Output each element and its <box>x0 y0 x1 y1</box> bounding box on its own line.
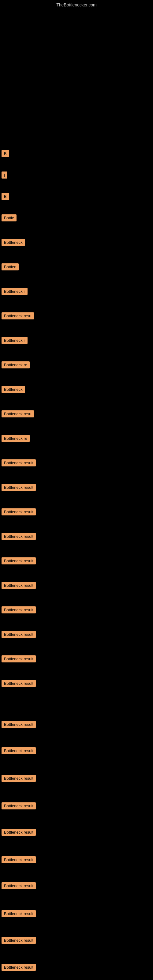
bottleneck-label[interactable]: Bottleneck result <box>2 582 36 589</box>
bottleneck-row: Bottleneck result <box>0 484 153 492</box>
bottleneck-label[interactable]: Bottleneck r <box>2 337 27 344</box>
bottleneck-label[interactable]: Bottle <box>2 215 16 221</box>
bottleneck-label[interactable]: Bottlen <box>2 263 19 270</box>
bottleneck-row: Bottleneck r <box>0 337 153 345</box>
bottleneck-row: Bottleneck r <box>0 288 153 296</box>
bottleneck-row: | <box>0 172 153 180</box>
bottleneck-label[interactable]: Bottleneck re <box>2 361 30 368</box>
bottleneck-row: Bottleneck result <box>0 508 153 517</box>
bottleneck-row: Bottleneck result <box>0 721 153 729</box>
bottleneck-label[interactable]: Bottleneck re <box>2 435 30 442</box>
bottleneck-label[interactable]: Bottleneck result <box>2 460 36 466</box>
bottleneck-row: Bottleneck result <box>0 680 153 688</box>
bottleneck-row: Bottle <box>0 215 153 223</box>
bottleneck-row: Bottleneck re <box>0 435 153 443</box>
bottleneck-row: Bottleneck result <box>0 533 153 541</box>
bottleneck-label[interactable]: Bottleneck result <box>2 631 36 638</box>
bottleneck-row: Bottleneck result <box>0 747 153 756</box>
bottleneck-row: Bottleneck result <box>0 582 153 590</box>
bottleneck-row: Bottleneck result <box>0 606 153 615</box>
bottleneck-label[interactable]: Bottleneck result <box>2 557 36 565</box>
bottleneck-row: Bottleneck result <box>0 557 153 566</box>
bottleneck-label[interactable]: Bottleneck result <box>2 775 36 782</box>
bottleneck-label[interactable]: Bottleneck result <box>2 882 36 889</box>
bottleneck-label[interactable]: Bottleneck <box>2 386 25 393</box>
bottleneck-label[interactable]: Bottleneck result <box>2 829 36 836</box>
bottleneck-label[interactable]: Bottleneck result <box>2 680 36 687</box>
bottleneck-row: Bottleneck result <box>0 655 153 663</box>
bottleneck-label[interactable]: Bottleneck result <box>2 747 36 754</box>
bottleneck-row: Bottleneck result <box>0 631 153 639</box>
bottleneck-row: Bottleneck result <box>0 910 153 918</box>
bottleneck-label[interactable]: Bottleneck <box>2 239 25 246</box>
bottleneck-row: Bottleneck re <box>0 361 153 370</box>
bottleneck-label[interactable]: Bottleneck result <box>2 484 36 491</box>
bottleneck-label[interactable]: B <box>2 193 9 200</box>
bottleneck-label[interactable]: Bottleneck resu <box>2 312 34 320</box>
bottleneck-row: Bottleneck result <box>0 775 153 783</box>
bottleneck-label[interactable]: Bottleneck result <box>2 964 36 971</box>
bottleneck-label[interactable]: Bottleneck result <box>2 721 36 728</box>
bottleneck-row: Bottleneck result <box>0 802 153 811</box>
bottleneck-label[interactable]: Bottleneck result <box>2 937 36 944</box>
bottleneck-label[interactable]: Bottleneck result <box>2 802 36 810</box>
bottleneck-row: B <box>0 193 153 201</box>
bottleneck-row: Bottlen <box>0 263 153 272</box>
bottleneck-label[interactable]: B <box>2 150 9 157</box>
bottleneck-label[interactable]: Bottleneck result <box>2 655 36 662</box>
bottleneck-label[interactable]: | <box>2 172 7 178</box>
site-title: TheBottlenecker.com <box>56 2 97 7</box>
bottleneck-row: Bottleneck result <box>0 460 153 468</box>
bottleneck-row: Bottleneck result <box>0 964 153 972</box>
bottleneck-row: B <box>0 150 153 158</box>
bottleneck-row: Bottleneck result <box>0 829 153 837</box>
bottleneck-label[interactable]: Bottleneck resu <box>2 410 34 417</box>
bottleneck-row: Bottleneck resu <box>0 410 153 418</box>
bottleneck-row: Bottleneck resu <box>0 312 153 321</box>
bottleneck-label[interactable]: Bottleneck r <box>2 288 27 295</box>
bottleneck-label[interactable]: Bottleneck result <box>2 856 36 863</box>
bottleneck-row: Bottleneck <box>0 386 153 394</box>
bottleneck-row: Bottleneck result <box>0 937 153 945</box>
bottleneck-row: Bottleneck <box>0 239 153 247</box>
bottleneck-label[interactable]: Bottleneck result <box>2 508 36 515</box>
bottleneck-row: Bottleneck result <box>0 856 153 865</box>
bottleneck-label[interactable]: Bottleneck result <box>2 606 36 613</box>
bottleneck-row: Bottleneck result <box>0 882 153 891</box>
bottleneck-label[interactable]: Bottleneck result <box>2 533 36 540</box>
bottleneck-label[interactable]: Bottleneck result <box>2 910 36 917</box>
